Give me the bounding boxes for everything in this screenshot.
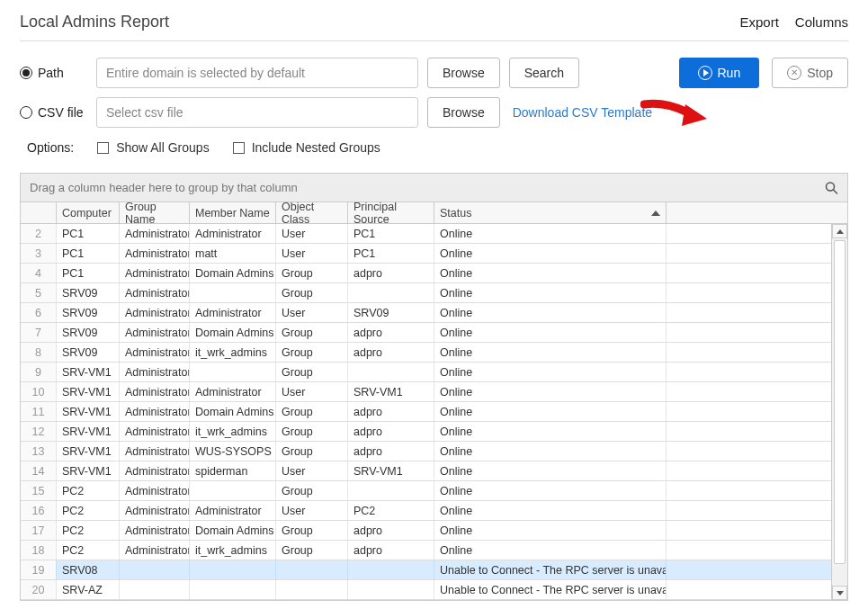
- cell-spare: [667, 461, 831, 480]
- cell-status: Unable to Connect - The RPC server is un…: [434, 560, 667, 579]
- cell-principal-source: [348, 363, 434, 381]
- cell-object-class: Group: [276, 363, 348, 381]
- cell-status: Online: [434, 382, 667, 401]
- cell-computer: PC2: [57, 481, 120, 500]
- scroll-thumb[interactable]: [834, 240, 846, 564]
- show-all-groups-checkbox[interactable]: Show All Groups: [97, 140, 210, 155]
- run-button[interactable]: Run: [679, 58, 760, 88]
- table-row[interactable]: 7SRV09AdministratorsDomain AdminsGroupad…: [21, 323, 831, 343]
- table-row[interactable]: 13SRV-VM1AdministratorsWUS-SYSOPSGroupad…: [21, 442, 831, 461]
- cell-status: Online: [434, 264, 667, 282]
- col-status-label: Status: [440, 207, 471, 219]
- scroll-down-button[interactable]: [832, 586, 847, 600]
- cell-status: Online: [434, 343, 667, 362]
- col-group-name[interactable]: Group Name: [120, 202, 190, 223]
- table-row[interactable]: 8SRV09Administratorsit_wrk_adminsGroupad…: [21, 343, 831, 363]
- col-object-class[interactable]: Object Class: [276, 202, 348, 223]
- table-row[interactable]: 3PC1AdministratorsmattUserPC1Online: [21, 244, 831, 264]
- radio-csv[interactable]: CSV file: [20, 105, 87, 120]
- group-by-bar[interactable]: Drag a column header here to group by th…: [21, 174, 847, 202]
- cell-member-name: WUS-SYSOPS: [190, 442, 276, 461]
- col-rownum[interactable]: [21, 202, 57, 223]
- col-principal-source[interactable]: Principal Source: [348, 202, 434, 223]
- cell-group-name: Administrators: [120, 442, 190, 461]
- table-row[interactable]: 12SRV-VM1Administratorsit_wrk_adminsGrou…: [21, 422, 831, 442]
- cell-group-name: [120, 560, 190, 579]
- cell-member-name: it_wrk_admins: [190, 541, 276, 560]
- cell-principal-source: adpro: [348, 343, 434, 362]
- radio-path[interactable]: Path: [20, 66, 87, 80]
- cell-computer: PC1: [57, 244, 120, 263]
- table-row[interactable]: 15PC2AdministratorsGroupOnline: [21, 481, 831, 501]
- col-status[interactable]: Status: [434, 202, 667, 223]
- sort-asc-icon: [651, 210, 660, 216]
- cell-group-name: Administrators: [120, 382, 190, 401]
- export-link[interactable]: Export: [739, 14, 778, 30]
- search-button[interactable]: Search: [509, 58, 579, 88]
- cell-rownum: 6: [21, 303, 57, 322]
- scroll-up-button[interactable]: [832, 224, 847, 238]
- cell-status: Online: [434, 521, 667, 540]
- cell-principal-source: [348, 580, 434, 599]
- cell-object-class: Group: [276, 323, 348, 342]
- cell-group-name: Administrators: [120, 402, 190, 421]
- cell-principal-source: adpro: [348, 402, 434, 421]
- download-csv-template-link[interactable]: Download CSV Template: [513, 105, 652, 120]
- cell-group-name: Administrators: [120, 422, 190, 441]
- cell-status: Online: [434, 422, 667, 441]
- table-row[interactable]: 11SRV-VM1AdministratorsDomain AdminsGrou…: [21, 402, 831, 422]
- cell-spare: [667, 560, 831, 579]
- path-input[interactable]: Entire domain is selected by default: [96, 58, 418, 88]
- cell-status: Online: [434, 501, 667, 520]
- cell-principal-source: PC1: [348, 244, 434, 263]
- table-row[interactable]: 16PC2AdministratorsAdministratorUserPC2O…: [21, 501, 831, 521]
- table-row[interactable]: 14SRV-VM1AdministratorsspidermanUserSRV-…: [21, 461, 831, 481]
- table-row[interactable]: 6SRV09AdministratorsAdministratorUserSRV…: [21, 303, 831, 323]
- table-row[interactable]: 4PC1AdministratorsDomain AdminsGroupadpr…: [21, 264, 831, 283]
- cell-group-name: Administrators: [120, 363, 190, 381]
- table-row[interactable]: 2PC1AdministratorsAdministratorUserPC1On…: [21, 224, 831, 244]
- col-computer[interactable]: Computer: [57, 202, 120, 223]
- cell-rownum: 20: [21, 580, 57, 599]
- include-nested-groups-checkbox[interactable]: Include Nested Groups: [233, 140, 380, 155]
- table-row[interactable]: 5SRV09AdministratorsGroupOnline: [21, 283, 831, 303]
- cell-computer: PC2: [57, 541, 120, 560]
- cell-object-class: User: [276, 461, 348, 480]
- group-by-hint: Drag a column header here to group by th…: [30, 181, 298, 194]
- cell-spare: [667, 343, 831, 362]
- cell-member-name: [190, 363, 276, 381]
- cell-member-name: Administrator: [190, 382, 276, 401]
- cell-group-name: Administrators: [120, 244, 190, 263]
- cell-computer: PC2: [57, 521, 120, 540]
- cell-group-name: Administrators: [120, 264, 190, 282]
- cell-member-name: [190, 580, 276, 599]
- cell-object-class: Group: [276, 422, 348, 441]
- table-row[interactable]: 18PC2Administratorsit_wrk_adminsGroupadp…: [21, 541, 831, 560]
- stop-button[interactable]: ✕ Stop: [772, 58, 848, 88]
- table-row[interactable]: 19SRV08Unable to Connect - The RPC serve…: [21, 560, 831, 580]
- svg-line-1: [834, 190, 838, 194]
- col-member-name[interactable]: Member Name: [190, 202, 276, 223]
- table-row[interactable]: 9SRV-VM1AdministratorsGroupOnline: [21, 363, 831, 382]
- csv-input[interactable]: Select csv file: [96, 97, 418, 128]
- cell-spare: [667, 422, 831, 441]
- cell-computer: SRV08: [57, 560, 120, 579]
- cell-computer: SRV-VM1: [57, 422, 120, 441]
- cell-spare: [667, 481, 831, 500]
- play-icon: [698, 66, 712, 80]
- cell-spare: [667, 323, 831, 342]
- run-button-label: Run: [718, 66, 741, 80]
- table-row[interactable]: 20SRV-AZUnable to Connect - The RPC serv…: [21, 580, 831, 600]
- vertical-scrollbar[interactable]: [831, 224, 847, 600]
- cell-object-class: User: [276, 303, 348, 322]
- table-row[interactable]: 17PC2AdministratorsDomain AdminsGroupadp…: [21, 521, 831, 541]
- browse-csv-button[interactable]: Browse: [427, 97, 500, 128]
- columns-link[interactable]: Columns: [795, 14, 848, 30]
- grid-search-icon[interactable]: [825, 181, 838, 194]
- cell-member-name: Domain Admins: [190, 323, 276, 342]
- table-row[interactable]: 10SRV-VM1AdministratorsAdministratorUser…: [21, 382, 831, 402]
- browse-path-button[interactable]: Browse: [427, 58, 500, 88]
- csv-input-placeholder: Select csv file: [106, 105, 183, 120]
- cell-spare: [667, 224, 831, 243]
- cell-spare: [667, 402, 831, 421]
